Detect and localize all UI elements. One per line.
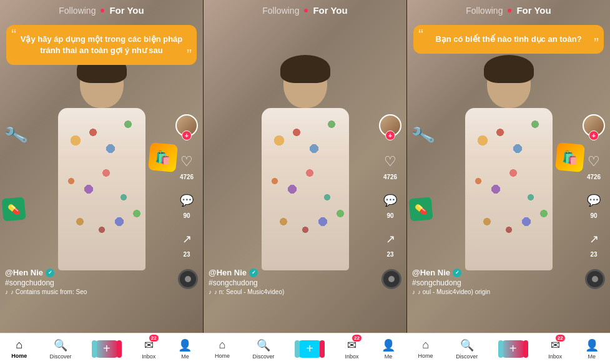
person-center — [243, 58, 368, 295]
nav-plus-1[interactable]: + — [94, 340, 119, 358]
speech-bubble-left: Vậy hãy áp dụng một trong các biện pháp … — [6, 25, 197, 65]
plus-btn-2[interactable]: + — [297, 340, 322, 358]
inbox-label-1: Inbox — [142, 353, 155, 360]
heart-icon-left: ♡ — [177, 152, 197, 172]
nav-inbox-3[interactable]: ✉ 22 Inbox — [548, 338, 562, 360]
avatar-plus-right[interactable]: + — [589, 130, 599, 140]
like-action-left[interactable]: ♡ 4726 — [177, 152, 197, 180]
bubble-text-right: Bạn có biết thế nào tình dục an toàn? — [422, 31, 595, 47]
floral-left — [58, 108, 145, 270]
nav-discover-3[interactable]: 🔍 Discover — [456, 338, 478, 360]
nav-following-center[interactable]: Following — [262, 6, 299, 16]
inbox-badge-container-2: ✉ 22 — [347, 338, 357, 352]
plus-btn-1[interactable]: + — [94, 340, 119, 358]
like-action-center[interactable]: ♡ 4726 — [380, 152, 400, 180]
panel-left: Following For You Vậy hãy áp dụng một tr… — [0, 0, 204, 333]
avatar-plus-left[interactable]: + — [182, 130, 192, 140]
home-icon-1: ⌂ — [16, 338, 22, 352]
right-actions-right: + ♡ 4726 💬 90 ↗ 23 — [583, 114, 605, 258]
nav-foryou-center[interactable]: For You — [313, 5, 347, 16]
nav-inbox-1[interactable]: ✉ 22 Inbox — [142, 338, 155, 360]
bottom-info-right: @Hen Nie ✓ #songchudong ♪ ♪ oul - Music4… — [412, 268, 579, 295]
like-count-left: 4726 — [180, 174, 194, 180]
hashtag-left: #songchudong — [5, 278, 172, 287]
heart-icon-right: ♡ — [584, 152, 604, 172]
music-note-left: ♪ — [5, 288, 8, 295]
person-head-left — [80, 58, 124, 108]
nav-plus-3[interactable]: + — [501, 340, 526, 358]
person-right — [446, 58, 571, 295]
home-icon-2: ⌂ — [219, 338, 225, 352]
share-icon-right: ↗ — [584, 229, 604, 249]
avatar-container-center: + — [379, 114, 401, 137]
discover-label-2: Discover — [252, 353, 274, 360]
like-action-right[interactable]: ♡ 4726 — [584, 152, 604, 180]
top-nav-left: Following For You — [0, 0, 203, 21]
comment-action-right[interactable]: 💬 90 — [584, 190, 604, 219]
nav-home-1[interactable]: ⌂ Home — [11, 338, 27, 359]
me-label-1: Me — [181, 353, 189, 360]
verified-badge-right: ✓ — [453, 268, 461, 277]
share-action-right[interactable]: ↗ 23 — [584, 229, 604, 258]
heart-icon-center: ♡ — [380, 152, 400, 172]
username-text-left: @Hen Nie — [5, 268, 43, 277]
discover-icon-1: 🔍 — [54, 338, 67, 352]
share-action-left[interactable]: ↗ 23 — [177, 229, 197, 258]
panels-container: Following For You Vậy hãy áp dụng một tr… — [0, 0, 610, 333]
me-icon-2: 👤 — [381, 338, 395, 352]
comment-count-left: 90 — [183, 212, 190, 219]
bottom-info-center: @Hen Nie ✓ #songchudong ♪ ♪ n: Seoul - M… — [209, 268, 375, 295]
inbox-label-3: Inbox — [548, 353, 562, 360]
nav-plus-2[interactable]: + — [297, 340, 322, 358]
discover-icon-2: 🔍 — [257, 338, 270, 352]
nav-home-3[interactable]: ⌂ Home — [418, 338, 433, 359]
nav-section-right: ⌂ Home 🔍 Discover + ✉ 22 Inbox 👤 Me — [406, 338, 610, 360]
person-head-center — [283, 58, 327, 108]
music-note-center: ♪ — [209, 288, 212, 295]
nav-following-left[interactable]: Following — [59, 6, 96, 16]
nav-me-1[interactable]: 👤 Me — [178, 338, 192, 360]
username-text-right: @Hen Nie — [412, 268, 450, 277]
shopping-sticker-right: 🛍️ — [555, 142, 585, 172]
nav-section-left: ⌂ Home 🔍 Discover + ✉ 22 Inbox 👤 Me — [0, 338, 204, 360]
plus-btn-3[interactable]: + — [501, 340, 526, 358]
inbox-badge-container-1: ✉ 22 — [144, 338, 154, 352]
hashtag-right: #songchudong — [412, 278, 579, 287]
home-icon-3: ⌂ — [422, 338, 429, 352]
avatar-container-right: + — [583, 114, 605, 137]
nav-discover-2[interactable]: 🔍 Discover — [252, 338, 274, 360]
bottom-info-left: @Hen Nie ✓ #songchudong ♪ ♪ Contains mus… — [5, 268, 172, 295]
inbox-badge-container-3: ✉ 22 — [551, 338, 560, 352]
bottom-nav: ⌂ Home 🔍 Discover + ✉ 22 Inbox 👤 Me ⌂ — [0, 333, 610, 364]
plus-icon-3: + — [509, 342, 517, 356]
music-text-right: ♪ oul - Music4video) origin — [418, 288, 490, 295]
nav-following-right[interactable]: Following — [466, 6, 503, 16]
nav-inbox-2[interactable]: ✉ 22 Inbox — [345, 338, 359, 360]
comment-action-left[interactable]: 💬 90 — [177, 190, 197, 219]
verified-badge-left: ✓ — [46, 268, 54, 277]
me-icon-3: 👤 — [585, 338, 599, 352]
music-info-left: ♪ ♪ Contains music from: Seo — [5, 288, 172, 295]
nav-me-3[interactable]: 👤 Me — [585, 338, 599, 360]
nav-foryou-left[interactable]: For You — [109, 5, 144, 16]
music-info-center: ♪ ♪ n: Seoul - Music4video) — [209, 288, 375, 295]
nav-foryou-right[interactable]: For You — [516, 5, 551, 16]
share-count-center: 23 — [386, 251, 393, 258]
nav-home-2[interactable]: ⌂ Home — [215, 338, 230, 359]
nav-discover-1[interactable]: 🔍 Discover — [49, 338, 71, 360]
share-count-right: 23 — [590, 251, 597, 258]
panel-right: Following For You Bạn có biết thế nào tì… — [407, 0, 610, 333]
home-label-1: Home — [11, 353, 27, 359]
avatar-plus-center[interactable]: + — [385, 130, 395, 140]
top-nav-center: Following For You — [204, 0, 406, 21]
music-info-right: ♪ ♪ oul - Music4video) origin — [412, 288, 579, 295]
discover-label-3: Discover — [456, 353, 478, 360]
nav-dot-center — [304, 9, 308, 12]
nav-me-2[interactable]: 👤 Me — [381, 338, 395, 360]
share-action-center[interactable]: ↗ 23 — [380, 229, 400, 258]
share-count-left: 23 — [183, 251, 190, 258]
iud-sticker-right: 🔧 — [410, 122, 436, 148]
comment-action-center[interactable]: 💬 90 — [380, 190, 400, 219]
green-sticker-right: 💊 — [408, 197, 433, 221]
floral-center — [262, 108, 349, 270]
